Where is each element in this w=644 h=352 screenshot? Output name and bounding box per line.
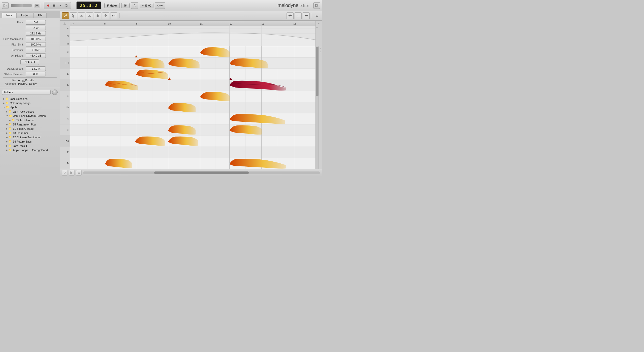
tree-item-apple-loops[interactable]: ▶ 📁 Apple Loops ... GarageBand	[2, 148, 58, 152]
tree-item-label: Jazz Sessions	[10, 97, 27, 100]
position-display[interactable]: 25.3.2	[76, 2, 101, 9]
melody-tool-button[interactable]	[62, 12, 69, 19]
pitch-tool-status[interactable]: ##	[76, 170, 82, 175]
svg-marker-7	[60, 5, 61, 7]
main-grid[interactable]	[70, 46, 315, 169]
record-button[interactable]	[46, 3, 51, 8]
horizontal-scrollbar[interactable]	[83, 171, 320, 174]
pitch-drift-label: Pitch Drift:	[3, 43, 26, 46]
settings-button[interactable]: ⚙	[314, 13, 320, 19]
select-tool-button[interactable]	[70, 12, 77, 19]
tree-item-jampack-rhythm[interactable]: ▼ 📁 Jam Pack Rhythm Section	[2, 114, 58, 118]
hz-value[interactable]: 292.9 Hz	[26, 31, 46, 36]
edge-tool-1[interactable]: ⋮	[319, 47, 321, 50]
pitch-drift-row: Pitch Drift: 100.0 %	[3, 42, 57, 47]
vertical-scrollbar[interactable]	[315, 46, 318, 169]
loop-button[interactable]	[34, 3, 40, 8]
tree-item-celemony[interactable]: ▶ 📁 Celemony songs	[2, 101, 58, 105]
amplitude-value[interactable]: +8.40 dB	[26, 53, 46, 58]
pitch-center-button[interactable]	[303, 12, 310, 19]
folder-icon: ▶	[9, 119, 11, 121]
pitch-G-high-label: G	[60, 46, 70, 57]
svg-point-5	[47, 5, 49, 7]
time-tool-button[interactable]	[86, 12, 93, 19]
folder-expand-icon: ▼	[3, 106, 5, 109]
transport-controls	[44, 2, 71, 9]
sibilant-value[interactable]: 0 %	[26, 72, 46, 76]
secondary-toolbar: ⚙	[60, 11, 322, 21]
tab-project[interactable]: Project	[16, 13, 33, 18]
tab-file[interactable]: File	[34, 13, 47, 18]
tree-item-apple[interactable]: ▼ 📁 Apple	[2, 105, 58, 109]
tuning-button[interactable]	[155, 2, 165, 9]
svg-marker-35	[112, 15, 113, 17]
play-button[interactable]	[58, 3, 63, 8]
formants-label: Formants:	[3, 49, 26, 52]
scrub-bar[interactable]	[11, 4, 32, 7]
tree-item-future-bass[interactable]: ▶ 📁 14 Future Bass	[2, 139, 58, 144]
scrollbar-thumb-h[interactable]	[154, 171, 249, 174]
amplitude-tool-button[interactable]	[94, 12, 101, 19]
formants-row: Formants: +60 ct	[3, 48, 57, 52]
note-off-button[interactable]: Note Off	[20, 59, 39, 65]
tree-item-jampack-voices[interactable]: ▶ 📁 Jam Pack Voices	[2, 109, 58, 114]
browser-knob[interactable]	[52, 90, 58, 95]
attack-speed-label: Attack Speed:	[3, 67, 26, 70]
tree-item-chinese[interactable]: ▶ 📁 12 Chinese Traditional	[2, 135, 58, 139]
quantize-pitches-button[interactable]	[287, 12, 294, 19]
bar-7: 7	[72, 23, 74, 25]
window-button[interactable]	[313, 2, 320, 9]
formants-value[interactable]: +60 ct	[26, 48, 46, 52]
tree-item-label: Jam Pack Voices	[13, 110, 34, 113]
tree-item-jazz[interactable]: ▶ 📁 Jazz Sessions	[2, 97, 58, 101]
algorithm-row: Algorithm: Polyph... Decay	[3, 82, 57, 85]
select-tool-status[interactable]	[69, 170, 74, 175]
svg-rect-0	[4, 4, 5, 7]
tree-item-label: Apple	[10, 106, 17, 109]
svg-marker-32	[105, 17, 106, 17]
pitch-value[interactable]: D 4	[26, 20, 46, 25]
hz-row: 292.9 Hz	[3, 31, 57, 36]
cents-value[interactable]: -4 ct	[26, 26, 46, 30]
bar-11: 11	[200, 23, 203, 25]
automation-curve	[70, 26, 315, 46]
left-panel: Note Project File Pitch: D 4 -4 ct 292.9…	[0, 11, 60, 176]
timing-button[interactable]	[295, 12, 302, 19]
pitch-drift-value[interactable]: 100.0 %	[26, 42, 46, 47]
tempo-display[interactable]: ~ 83.00	[140, 3, 153, 8]
pencil-tool-status[interactable]	[62, 170, 67, 175]
stop-button[interactable]	[52, 3, 57, 8]
tree-item-reggaeton[interactable]: ▶ 📁 15 Reggaeton Pop	[2, 122, 58, 126]
tree-item-blues[interactable]: ▶ 📁 11 Blues Garage	[2, 126, 58, 131]
bar-ruler[interactable]: 7 8 9 10 11 12 13 14	[70, 21, 315, 26]
bar-14: 14	[293, 23, 296, 25]
sidebar-toggle-button[interactable]	[2, 2, 9, 9]
browser-mode-select[interactable]: Folders Recent	[2, 90, 51, 95]
pitch-D3-label: D	[60, 158, 70, 169]
svg-rect-6	[53, 5, 55, 7]
svg-line-9	[135, 5, 135, 5]
tree-item-drummer[interactable]: ▶ 📁 13 Drummer	[2, 131, 58, 135]
metronome-button[interactable]	[131, 2, 138, 9]
pitch-mod-value[interactable]: 100.0 %	[26, 37, 46, 41]
tree-item-tech-house[interactable]: ▶ 📁 05 Tech House	[2, 118, 58, 122]
right-edge-icon-2[interactable]: |||	[316, 26, 319, 29]
bar-12: 12	[229, 23, 232, 25]
attack-speed-value[interactable]: -18.0 %	[26, 66, 46, 71]
right-edge-icon-1[interactable]: ≡	[318, 22, 319, 24]
key-display[interactable]: F Major	[104, 3, 120, 8]
pan-tool-button[interactable]	[102, 12, 109, 19]
tab-note[interactable]: Note	[2, 13, 16, 18]
cycle-button[interactable]	[64, 3, 69, 8]
svg-point-40	[291, 15, 292, 16]
tree-item-jampack1[interactable]: ▶ 📁 Jam Pack 1	[2, 144, 58, 148]
svg-marker-34	[106, 15, 107, 16]
stretch-tool-button[interactable]	[110, 12, 117, 19]
svg-rect-14	[316, 5, 317, 6]
scrollbar-thumb-v[interactable]	[316, 47, 318, 96]
algorithm-value: Polyph... Decay	[18, 82, 37, 85]
pitch-tool-button[interactable]	[78, 12, 85, 19]
automation-lane[interactable]	[70, 26, 315, 46]
time-signature[interactable]: 4/4	[121, 3, 130, 8]
edge-tool-2[interactable]: ⋮	[319, 51, 321, 53]
